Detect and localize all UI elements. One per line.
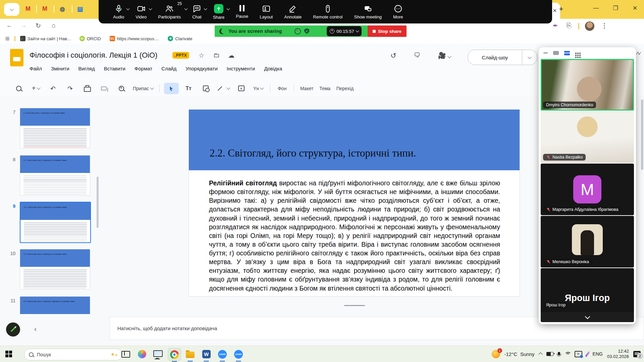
menu-view[interactable]: Вигляд [78, 66, 95, 71]
chevron-icon[interactable] [227, 7, 230, 10]
background-button[interactable]: Фон [275, 83, 289, 94]
more-button[interactable]: More [387, 0, 409, 23]
slides-logo[interactable] [10, 49, 23, 66]
slide-thumbnail-10[interactable]: 2.3. Світогляд, його структура, історичн… [20, 249, 90, 290]
zoom-app-button[interactable]: zoom [216, 348, 229, 360]
line-tool-button[interactable] [215, 83, 231, 94]
shape-tool-button[interactable] [198, 83, 213, 94]
recording-icon[interactable] [294, 28, 301, 35]
minimize-panel-icon[interactable] [543, 53, 548, 54]
weather-condition[interactable]: Sunny [520, 351, 535, 357]
chrome-taskbar-button[interactable] [168, 348, 181, 361]
participants-button[interactable]: 25 Participants [152, 0, 186, 23]
chevron-icon[interactable] [149, 7, 152, 10]
wifi-icon[interactable] [565, 352, 570, 356]
globe-pinned-tab[interactable]: ◍ [60, 5, 65, 13]
slide-thumbnail-9-selected[interactable]: 2.2. Світогляд, його структура, історичн… [20, 202, 91, 243]
video-tile-dmytro[interactable]: Dmytro Chornomordenko [541, 59, 634, 111]
weather-temp[interactable]: -12°C [504, 351, 518, 357]
slide-thumbnail-7[interactable]: 2. Світогляд, його структура, історичні … [20, 108, 90, 148]
zoom-app-button-2[interactable]: zoom [232, 348, 245, 360]
speaker-view-icon[interactable] [553, 51, 559, 55]
taskbar-search[interactable]: Пошук ✦✦ [24, 349, 122, 360]
battery-icon[interactable] [546, 352, 553, 356]
notification-center-icon[interactable]: 2 [633, 351, 641, 357]
weather-icon[interactable]: 1 [492, 350, 500, 358]
expand-panel-icon[interactable]: ↗↙ [635, 51, 641, 56]
browser-menu-icon[interactable]: ⋮ [600, 22, 609, 29]
layout-button-zoom[interactable]: Layout [254, 0, 278, 23]
slide-canvas[interactable]: 2.2. Світогляд, його структура, історичн… [189, 110, 520, 296]
forward-icon[interactable]: → [19, 22, 28, 29]
undo-button[interactable]: ↶ [46, 83, 60, 94]
menu-insert[interactable]: Вставити [104, 66, 125, 71]
theme-button[interactable]: Тема [318, 83, 332, 94]
search-menus-button[interactable] [11, 83, 26, 94]
share-button[interactable]: Share [207, 0, 230, 23]
start-button[interactable] [5, 351, 12, 357]
comments-icon[interactable]: 🗨 [414, 52, 420, 59]
desktop-app-button[interactable] [152, 348, 164, 360]
paint-format-button[interactable] [97, 83, 112, 94]
profile-avatar[interactable] [585, 21, 594, 31]
tray-microphone-icon[interactable] [558, 352, 560, 355]
transition-button[interactable]: Перехід [335, 83, 355, 94]
insert-dropdown-button[interactable]: Yн [251, 83, 266, 94]
menu-arrange[interactable]: Упорядкувати [185, 66, 218, 71]
stop-share-button[interactable]: Stop share [368, 25, 407, 37]
file-explorer-button[interactable] [184, 348, 197, 360]
chevron-icon[interactable] [126, 7, 130, 10]
grid-view-icon[interactable] [575, 53, 577, 54]
slide-body-text[interactable]: Релігійний світогляд виростає на підґрун… [209, 179, 500, 293]
home-icon[interactable]: ⌂ [49, 22, 58, 29]
back-icon[interactable]: ← [5, 22, 14, 29]
menu-file[interactable]: Файл [30, 66, 42, 71]
video-tile-nastia[interactable]: Nastia Bezpalko [541, 111, 634, 163]
redo-button[interactable]: ↷ [63, 83, 77, 94]
docs-pinned-tab[interactable]: ▤ [77, 5, 83, 13]
notes-resize-handle[interactable] [344, 305, 365, 306]
print-button[interactable] [80, 83, 95, 94]
window-minimize-button[interactable]: — [591, 5, 601, 11]
version-history-icon[interactable]: ↺ [390, 52, 396, 60]
bookmark-item[interactable]: SC https://www.scopus.... [110, 36, 159, 41]
video-button[interactable]: Video [130, 0, 152, 23]
screen-cast-icon[interactable]: ⟳ [575, 351, 582, 357]
textbox-tool-button[interactable]: Tт [181, 83, 196, 94]
chat-button[interactable]: Chat [186, 0, 207, 23]
menu-help[interactable]: Довідка [264, 66, 282, 71]
page-scrollbar[interactable] [641, 100, 643, 170]
bookmark-item[interactable]: iD ORCID [79, 36, 101, 41]
new-tab-button[interactable]: + [556, 5, 566, 13]
menu-tools[interactable]: Інструменти [227, 66, 255, 71]
copilot-button[interactable] [136, 348, 148, 360]
meeting-timer[interactable]: 00:15:57 [327, 26, 362, 36]
video-tile-marharyta[interactable]: M Маргарита Абдулаївна Ібрагімова [541, 164, 634, 215]
move-folder-icon[interactable]: 🗀 [213, 52, 220, 59]
scroll-participants-button[interactable] [541, 312, 634, 322]
language-indicator[interactable]: ENG [593, 351, 603, 357]
remote-control-button[interactable]: Remote control [307, 0, 348, 23]
slide-thumbnail-8[interactable]: 2.1. Світогляд, його структура, історичн… [20, 155, 90, 196]
present-options-dropdown[interactable] [522, 50, 537, 65]
annotate-fab[interactable] [6, 322, 20, 337]
slide-thumbnail-11[interactable]: 2.4. Світогляд, його структура, функції,… [20, 296, 90, 315]
comment-tool-button[interactable]: + [234, 83, 249, 94]
bookmark-item[interactable]: 🎓 Зайти на сайт | Нав... [20, 36, 71, 41]
bookmark-item[interactable]: ✚ Clarivate [168, 36, 192, 41]
reload-icon[interactable]: ↻ [34, 22, 43, 29]
gmail-pinned-tab-2[interactable]: M [42, 5, 47, 12]
tab-search-button[interactable] [4, 3, 19, 16]
layout-button[interactable]: Макет [299, 83, 315, 94]
star-document-icon[interactable]: ☆ [199, 52, 204, 59]
gallery-strip-view-icon[interactable] [564, 50, 570, 56]
security-shield-icon[interactable]: ✓ [304, 28, 309, 34]
menu-slide[interactable]: Слайд [161, 66, 176, 71]
select-tool-button[interactable] [164, 83, 179, 94]
apps-grid-icon[interactable]: ⊞ [5, 36, 10, 42]
audio-button[interactable]: Audio [107, 0, 130, 23]
show-meeting-button[interactable]: Show meeting [348, 0, 387, 23]
gmail-pinned-tab[interactable]: M [25, 5, 31, 12]
word-button[interactable]: W [200, 348, 213, 360]
menu-edit[interactable]: Змінити [51, 66, 69, 71]
